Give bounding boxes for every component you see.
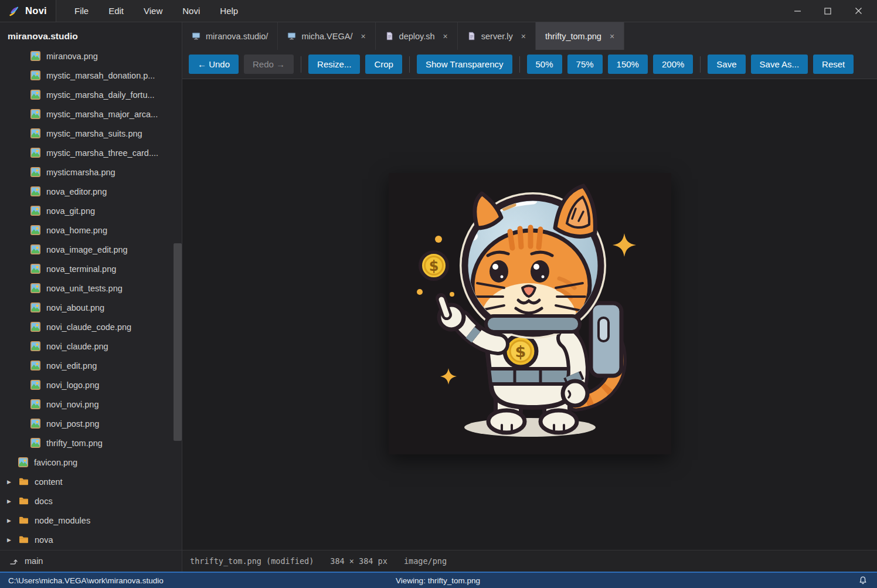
- tab-close-button[interactable]: ×: [610, 32, 614, 40]
- tab-bar: miranova.studio/ micha.VEGA/ × deploy.sh…: [182, 22, 877, 50]
- image-file-icon: [18, 457, 28, 467]
- file-tree-item-mysticmarsha-png[interactable]: mysticmarsha.png: [0, 162, 182, 182]
- menu-item-help[interactable]: Help: [210, 0, 248, 22]
- menu-item-file[interactable]: File: [64, 0, 98, 22]
- file-tree-item-thrifty-tom-png[interactable]: thrifty_tom.png: [0, 433, 182, 453]
- app-window: Novi File Edit View Novi Help miranova.s…: [0, 0, 877, 588]
- file-tree-item-novi-post-png[interactable]: novi_post.png: [0, 414, 182, 433]
- folder-item-docs[interactable]: ▶ docs: [0, 491, 182, 511]
- toolbar-separator: [519, 56, 520, 73]
- file-tree-item-nova-terminal-png[interactable]: nova_terminal.png: [0, 259, 182, 278]
- menu-item-novi[interactable]: Novi: [172, 0, 210, 22]
- file-tree-item-novi-edit-png[interactable]: novi_edit.png: [0, 356, 182, 375]
- folder-item-node-modules[interactable]: ▶ node_modules: [0, 511, 182, 530]
- file-tree-item-novi-novi-png[interactable]: novi_novi.png: [0, 395, 182, 414]
- tab-server-ly[interactable]: server.ly ×: [458, 22, 536, 50]
- file-tree-item-favicon-png[interactable]: favicon.png: [0, 453, 182, 472]
- 50-button[interactable]: 50%: [527, 55, 562, 74]
- file-name: mystic_marsha_major_arca...: [46, 110, 158, 119]
- app-logo: Novi: [0, 0, 56, 22]
- close-button[interactable]: [843, 0, 873, 22]
- undo-button[interactable]: ← Undo: [189, 55, 239, 74]
- file-tree-item-novi-about-png[interactable]: novi_about.png: [0, 298, 182, 317]
- file-explorer-sidebar: miranova.studio miranova.png mystic_mars…: [0, 22, 182, 572]
- file-name: mystic_marsha_three_card....: [46, 148, 158, 158]
- image-file-icon: [30, 128, 40, 138]
- folder-icon: [19, 477, 29, 487]
- file-tree-item-novi-claude-png[interactable]: novi_claude.png: [0, 337, 182, 356]
- chevron-right-icon[interactable]: ▶: [5, 479, 13, 485]
- 200-button[interactable]: 200%: [653, 55, 693, 74]
- chevron-right-icon[interactable]: ▶: [5, 518, 13, 524]
- title-bar: Novi File Edit View Novi Help: [0, 0, 877, 22]
- show-transparency-button[interactable]: Show Transparency: [417, 55, 512, 74]
- folder-item-nova[interactable]: ▶ nova: [0, 530, 182, 549]
- sidebar-scrollbar[interactable]: [174, 243, 182, 441]
- file-tree-item-nova-home-png[interactable]: nova_home.png: [0, 220, 182, 240]
- 75-button[interactable]: 75%: [567, 55, 603, 74]
- document-icon: [385, 32, 394, 40]
- tab-close-button[interactable]: ×: [521, 32, 526, 40]
- chevron-right-icon[interactable]: ▶: [5, 537, 13, 543]
- tab-label: miranova.studio/: [206, 32, 268, 41]
- editor-canvas: $: [182, 79, 877, 550]
- folder-name: content: [35, 477, 63, 487]
- monitor-icon: [287, 32, 296, 40]
- sparkle-star-right: [613, 233, 636, 257]
- file-name: thrifty_tom.png: [46, 439, 103, 448]
- file-name: novi_about.png: [46, 303, 104, 312]
- save-button[interactable]: Save: [708, 55, 745, 74]
- minimize-button[interactable]: [782, 0, 813, 22]
- 150-button[interactable]: 150%: [608, 55, 648, 74]
- chevron-right-icon[interactable]: ▶: [5, 498, 13, 504]
- bell-icon[interactable]: [858, 576, 868, 585]
- svg-text:$: $: [429, 258, 439, 274]
- file-tree-item-nova-image-edit-png[interactable]: nova_image_edit.png: [0, 240, 182, 259]
- file-name: novi_edit.png: [46, 361, 97, 371]
- file-tree-item-nova-git-png[interactable]: nova_git.png: [0, 201, 182, 220]
- image-file-icon: [30, 109, 40, 119]
- maximize-button[interactable]: [813, 0, 843, 22]
- file-name: mystic_marsha_suits.png: [46, 129, 142, 138]
- menu-item-edit[interactable]: Edit: [98, 0, 134, 22]
- file-tree-item-mystic-marsha-suits-png[interactable]: mystic_marsha_suits.png: [0, 124, 182, 143]
- tab-close-button[interactable]: ×: [443, 32, 448, 40]
- tab-micha-vega[interactable]: micha.VEGA/ ×: [278, 22, 375, 50]
- image-viewer[interactable]: $: [389, 173, 671, 454]
- file-tree-item-mystic-marsha-daily-fortu[interactable]: mystic_marsha_daily_fortu...: [0, 85, 182, 104]
- tab-close-button[interactable]: ×: [361, 32, 365, 40]
- image-file-icon: [30, 380, 40, 390]
- save-as-button[interactable]: Save As...: [751, 55, 808, 74]
- git-branch-indicator[interactable]: main: [0, 550, 182, 572]
- file-tree-item-mystic-marsha-three-card[interactable]: mystic_marsha_three_card....: [0, 143, 182, 162]
- image-file-icon: [30, 51, 40, 61]
- file-tree-item-novi-claude-code-png[interactable]: novi_claude_code.png: [0, 317, 182, 337]
- reset-button[interactable]: Reset: [813, 55, 854, 74]
- file-tree-item-nova-unit-tests-png[interactable]: nova_unit_tests.png: [0, 278, 182, 298]
- folder-item-content[interactable]: ▶ content: [0, 472, 182, 491]
- file-name: nova_terminal.png: [46, 264, 116, 274]
- file-tree-item-miranova-png[interactable]: miranova.png: [0, 50, 182, 66]
- tab-deploy-sh[interactable]: deploy.sh ×: [376, 22, 458, 50]
- image-file-icon: [30, 303, 40, 312]
- image-file-icon: [30, 264, 40, 274]
- file-tree-item-novi-logo-png[interactable]: novi_logo.png: [0, 375, 182, 395]
- image-file-icon: [30, 341, 40, 351]
- tab-miranova-studio[interactable]: miranova.studio/: [182, 22, 278, 50]
- tab-thrifty-tom-png[interactable]: thrifty_tom.png ×: [536, 22, 624, 50]
- crop-button[interactable]: Crop: [365, 55, 402, 74]
- menu-bar: File Edit View Novi Help: [56, 0, 248, 22]
- image-file-icon: [30, 148, 40, 158]
- folder-icon: [19, 496, 29, 506]
- menu-item-view[interactable]: View: [134, 0, 172, 22]
- file-tree-item-nova-editor-png[interactable]: nova_editor.png: [0, 182, 182, 201]
- image-editor-toolbar: ← Undo Redo → Resize... Crop Show Transp…: [182, 50, 877, 79]
- file-tree-item-mystic-marsah-donation-p[interactable]: mystic_marsah_donation.p...: [0, 66, 182, 85]
- tab-label: thrifty_tom.png: [545, 32, 601, 41]
- file-tree-item-mystic-marsha-major-arca[interactable]: mystic_marsha_major_arca...: [0, 104, 182, 124]
- file-name: nova_unit_tests.png: [46, 284, 123, 293]
- redo-button[interactable]: Redo →: [244, 55, 294, 74]
- resize-button[interactable]: Resize...: [308, 55, 360, 74]
- svg-text:$: $: [515, 342, 526, 361]
- brand-name: Novi: [25, 5, 47, 16]
